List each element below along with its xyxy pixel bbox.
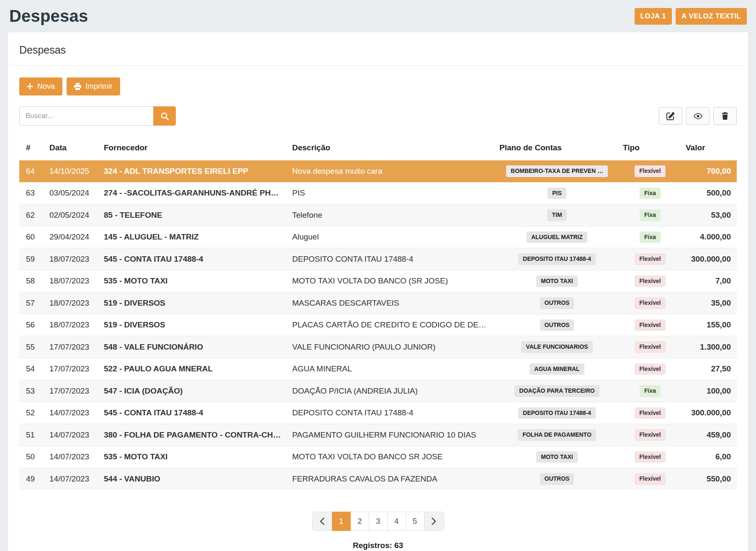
table-row[interactable]: 49 14/07/2023 544 - VANUBIO FERRADURAS C… <box>19 468 737 490</box>
store-button[interactable]: LOJA 1 <box>635 8 672 25</box>
page-button-4[interactable]: 4 <box>387 512 406 531</box>
row-id: 49 <box>19 468 45 490</box>
row-description: AGUA MINERAL <box>288 358 495 380</box>
row-value: 300.000,00 <box>681 248 737 270</box>
row-id: 50 <box>19 446 45 468</box>
expenses-card: Despesas Nova Imprimir <box>8 32 748 551</box>
print-label: Imprimir <box>85 82 113 91</box>
card-title: Despesas <box>19 44 737 56</box>
row-value: 53,00 <box>681 204 737 227</box>
row-type: Flexível <box>619 248 681 270</box>
company-button[interactable]: A VELOZ TEXTIL <box>676 8 747 25</box>
row-value: 100,00 <box>681 380 737 402</box>
row-id: 52 <box>19 402 45 424</box>
row-type: Fixa <box>619 182 681 204</box>
header-type: Tipo <box>619 138 681 160</box>
plan-badge: OUTROS <box>540 473 574 485</box>
type-badge: Flexível <box>635 276 665 287</box>
row-supplier: 519 - DIVERSOS <box>100 292 288 314</box>
type-badge: Flexível <box>635 319 665 331</box>
search-icon <box>161 112 169 120</box>
row-supplier: 535 - MOTO TAXI <box>100 270 288 292</box>
table-row[interactable]: 60 29/04/2024 145 - ALUGUEL - MATRIZ Alu… <box>19 226 737 248</box>
table-row[interactable]: 57 18/07/2023 519 - DIVERSOS MASCARAS DE… <box>19 292 737 314</box>
type-badge: Flexível <box>635 297 665 309</box>
table-row[interactable]: 59 18/07/2023 545 - CONTA ITAU 17488-4 D… <box>19 248 737 270</box>
row-id: 59 <box>19 248 45 270</box>
expenses-table-body: 64 14/10/2025 324 - ADL TRANSPORTES EIRE… <box>19 160 737 490</box>
row-date: 18/07/2023 <box>45 292 100 314</box>
row-plan: DEPOSITO ITAU 17488-4 <box>495 248 619 270</box>
plan-badge: VALE FUNCIONARIOS <box>521 341 592 353</box>
type-badge: Fixa <box>640 385 661 397</box>
next-page-button[interactable] <box>424 512 444 531</box>
type-badge: Flexível <box>635 363 665 375</box>
row-value: 155,00 <box>681 314 737 336</box>
search-button[interactable] <box>153 106 176 126</box>
row-plan: MOTO TAXI <box>495 446 619 468</box>
type-badge: Flexível <box>635 253 665 265</box>
card-header: Despesas <box>8 32 748 66</box>
row-supplier: 548 - VALE FUNCIONÁRIO <box>100 336 288 358</box>
view-button[interactable] <box>686 107 710 125</box>
row-type: Flexível <box>619 402 681 424</box>
table-row[interactable]: 62 02/05/2024 85 - TELEFONE Telefone TIM… <box>19 204 737 227</box>
edit-icon <box>666 112 675 120</box>
row-plan: DEPOSITO ITAU 17488-4 <box>495 402 619 424</box>
header-plan: Plano de Contas <box>495 138 619 160</box>
plan-badge: OUTROS <box>540 319 574 331</box>
table-row[interactable]: 56 18/07/2023 519 - DIVERSOS PLACAS CART… <box>19 314 737 336</box>
new-expense-label: Nova <box>37 82 55 91</box>
row-id: 51 <box>19 424 45 446</box>
plan-badge: ALUGUEL MATRIZ <box>527 232 587 243</box>
table-row[interactable]: 63 03/05/2024 274 - -SACOLITAS-GARANHUNS… <box>19 182 737 204</box>
edit-button[interactable] <box>659 107 682 125</box>
card-body: Nova Imprimir <box>8 66 748 551</box>
header-date: Data <box>45 138 100 160</box>
plan-badge: MOTO TAXI <box>536 276 577 287</box>
row-date: 17/07/2023 <box>45 380 100 402</box>
row-type: Flexível <box>619 358 681 380</box>
topbar: Despesas LOJA 1 A VELOZ TEXTIL <box>8 0 748 32</box>
plan-badge: AGUA MINERAL <box>530 363 584 375</box>
table-row[interactable]: 53 17/07/2023 547 - ICIA (DOAÇÃO) DOAÇÃO… <box>19 380 737 402</box>
table-row[interactable]: 54 17/07/2023 522 - PAULO AGUA MNERAL AG… <box>19 358 737 380</box>
page-button-2[interactable]: 2 <box>350 512 369 531</box>
page-button-1[interactable]: 1 <box>332 512 351 531</box>
row-value: 35,00 <box>681 292 737 314</box>
plan-badge: MOTO TAXI <box>536 451 577 463</box>
row-plan: MOTO TAXI <box>495 270 619 292</box>
row-value: 7,00 <box>681 270 737 292</box>
type-badge: Fixa <box>640 232 661 243</box>
row-date: 14/10/2025 <box>45 160 100 183</box>
print-button[interactable]: Imprimir <box>67 77 120 95</box>
row-plan: TIM <box>495 204 619 227</box>
page-button-5[interactable]: 5 <box>406 512 424 531</box>
row-description: PLACAS CARTÃO DE CREDITO E CODIGO DE DEF… <box>288 314 495 336</box>
table-row[interactable]: 51 14/07/2023 380 - FOLHA DE PAGAMENTO -… <box>19 424 737 446</box>
row-id: 54 <box>19 358 45 380</box>
row-id: 55 <box>19 336 45 358</box>
delete-button[interactable] <box>713 107 737 125</box>
row-value: 700,00 <box>681 160 737 183</box>
prev-page-button[interactable] <box>312 512 332 531</box>
new-expense-button[interactable]: Nova <box>19 77 62 95</box>
plan-badge: PIS <box>548 188 566 199</box>
table-row[interactable]: 52 14/07/2023 545 - CONTA ITAU 17488-4 D… <box>19 402 737 424</box>
row-plan: ALUGUEL MATRIZ <box>495 226 619 248</box>
row-description: PAGAMENTO GUILHERM FUNCIONARIO 10 DIAS <box>288 424 495 446</box>
row-plan: PIS <box>495 182 619 204</box>
table-row[interactable]: 64 14/10/2025 324 - ADL TRANSPORTES EIRE… <box>19 160 737 183</box>
plan-badge: DEPOSITO ITAU 17488-4 <box>518 253 596 265</box>
row-value: 459,00 <box>681 424 737 446</box>
row-value: 300.000,00 <box>681 402 737 424</box>
table-row[interactable]: 50 14/07/2023 535 - MOTO TAXI MOTO TAXI … <box>19 446 737 468</box>
table-row[interactable]: 58 18/07/2023 535 - MOTO TAXI MOTO TAXI … <box>19 270 737 292</box>
type-badge: Flexível <box>635 407 665 419</box>
row-id: 53 <box>19 380 45 402</box>
page-button-3[interactable]: 3 <box>369 512 388 531</box>
row-id: 64 <box>19 160 45 183</box>
table-row[interactable]: 55 17/07/2023 548 - VALE FUNCIONÁRIO VAL… <box>19 336 737 358</box>
search-input[interactable] <box>19 106 153 126</box>
row-id: 62 <box>19 204 45 227</box>
